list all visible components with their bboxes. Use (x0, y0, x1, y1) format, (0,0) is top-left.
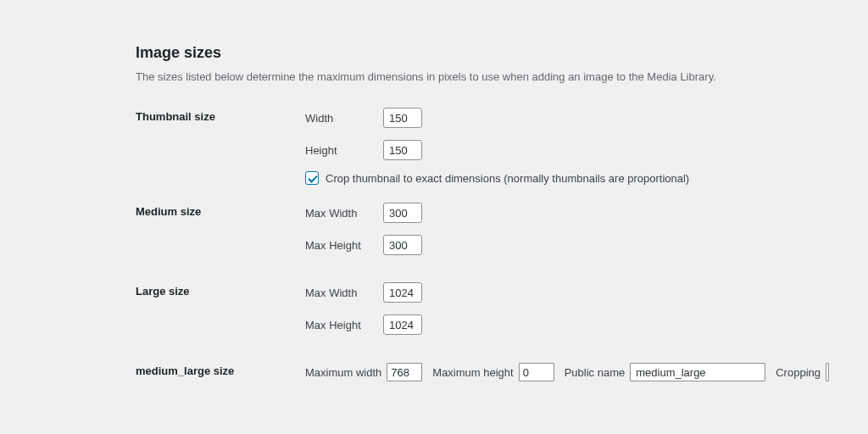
thumbnail-width-label: Width (305, 112, 383, 125)
medium-large-max-height-label: Maximum height (432, 366, 513, 379)
medium-max-height-label: Max Height (305, 239, 383, 252)
thumbnail-width-input[interactable] (383, 108, 422, 128)
large-max-height-input[interactable] (383, 314, 422, 335)
medium-max-width-input[interactable] (383, 203, 422, 223)
medium-large-max-width-input[interactable] (387, 363, 422, 381)
large-section-label: Large size (136, 276, 305, 298)
medium-large-public-name-input[interactable] (630, 363, 765, 381)
medium-large-cropping-label: Cropping (776, 366, 821, 379)
medium-large-section-label: medium_large size (136, 356, 305, 377)
medium-large-max-width-label: Maximum width (305, 366, 381, 379)
medium-max-height-input[interactable] (383, 235, 422, 255)
thumbnail-section-label: Thumbnail size (136, 102, 305, 123)
thumbnail-crop-checkbox[interactable] (305, 171, 319, 185)
medium-max-width-label: Max Width (305, 207, 383, 220)
thumbnail-crop-label: Crop thumbnail to exact dimensions (norm… (326, 172, 689, 185)
page-description: The sizes listed below determine the max… (136, 70, 868, 83)
page-heading: Image sizes (136, 44, 868, 62)
large-max-height-label: Max Height (305, 319, 383, 331)
thumbnail-height-input[interactable] (383, 140, 422, 160)
medium-large-max-height-input[interactable] (519, 363, 554, 381)
medium-large-public-name-label: Public name (565, 366, 626, 379)
medium-section-label: Medium size (136, 197, 305, 218)
large-max-width-label: Max Width (305, 287, 383, 299)
medium-large-cropping-input[interactable] (826, 363, 829, 381)
thumbnail-height-label: Height (305, 144, 383, 157)
large-max-width-input[interactable] (383, 282, 422, 303)
